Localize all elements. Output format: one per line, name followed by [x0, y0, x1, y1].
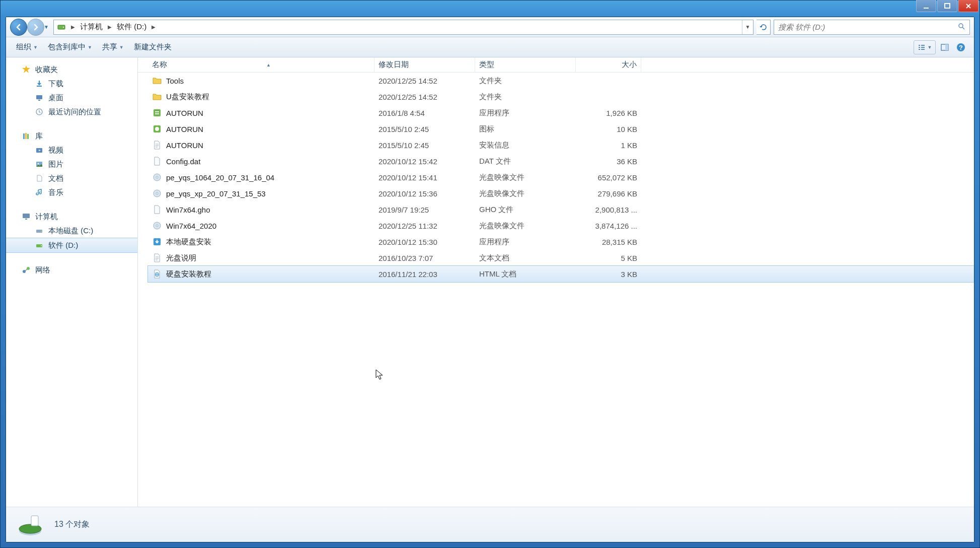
- drive-icon: [34, 226, 44, 236]
- svg-rect-51: [31, 516, 38, 526]
- svg-rect-37: [155, 113, 159, 114]
- file-size: 1 KB: [576, 141, 641, 150]
- svg-rect-20: [23, 133, 25, 139]
- file-row[interactable]: AUTORUN2016/1/8 4:54应用程序1,926 KB: [148, 105, 974, 121]
- column-size[interactable]: 大小: [576, 57, 641, 72]
- file-size: 652,072 KB: [576, 173, 641, 182]
- titlebar: [1, 1, 979, 17]
- file-type: 光盘映像文件: [475, 221, 576, 231]
- maximize-button[interactable]: [937, 0, 957, 12]
- svg-rect-27: [23, 214, 30, 218]
- address-bar[interactable]: ▶ 计算机 ▶ 软件 (D:) ▶ ▼: [53, 20, 753, 35]
- search-box[interactable]: [774, 20, 970, 35]
- file-row[interactable]: U盘安装教程2020/12/25 14:52文件夹: [148, 89, 974, 105]
- file-date: 2020/12/25 14:52: [374, 77, 475, 85]
- crumb-drive[interactable]: 软件 (D:): [114, 20, 149, 34]
- file-row[interactable]: AUTORUN2015/5/10 2:45图标10 KB: [148, 121, 974, 137]
- file-row[interactable]: 光盘说明2016/10/23 7:07文本文档5 KB: [148, 250, 974, 266]
- column-name[interactable]: 名称 ▲: [148, 57, 374, 72]
- file-name: pe_yqs_xp_20_07_31_15_53: [166, 189, 266, 198]
- file-name: AUTORUN: [166, 109, 203, 117]
- svg-point-30: [41, 231, 42, 232]
- svg-point-32: [41, 245, 42, 246]
- nav-group-network: 网络: [6, 263, 137, 277]
- picture-icon: [34, 159, 44, 169]
- file-row[interactable]: Tools2020/12/25 14:52文件夹: [148, 73, 974, 89]
- file-name: 本地硬盘安装: [166, 237, 211, 247]
- file-row[interactable]: 本地硬盘安装2020/10/12 15:30应用程序28,315 KB: [148, 234, 974, 250]
- network-icon: [21, 265, 31, 275]
- preview-pane-button[interactable]: [938, 40, 952, 54]
- close-button[interactable]: [958, 0, 978, 12]
- file-date: 2019/9/7 19:25: [374, 206, 475, 214]
- svg-point-26: [38, 163, 39, 165]
- file-row[interactable]: Win7x64.gho2019/9/7 19:25GHO 文件2,900,813…: [148, 201, 974, 218]
- close-icon: [965, 3, 972, 10]
- file-row[interactable]: Config.dat2020/10/12 15:42DAT 文件36 KB: [148, 153, 974, 169]
- crumb-computer[interactable]: 计算机: [77, 20, 106, 34]
- file-row[interactable]: Win7x64_20202020/12/25 11:32光盘映像文件3,874,…: [148, 218, 974, 234]
- address-dropdown[interactable]: ▼: [742, 20, 753, 34]
- nav-pictures[interactable]: 图片: [6, 157, 137, 171]
- file-row[interactable]: AUTORUN2015/5/10 2:45安装信息1 KB: [148, 137, 974, 153]
- file-size: 36 KB: [576, 157, 641, 166]
- nav-recent[interactable]: 最近访问的位置: [6, 105, 137, 119]
- file-row[interactable]: pe_yqs_1064_20_07_31_16_042020/10/12 15:…: [148, 169, 974, 185]
- file-name: Config.dat: [166, 157, 200, 166]
- minimize-button[interactable]: [916, 0, 936, 12]
- svg-point-3: [63, 27, 64, 28]
- column-headers: 名称 ▲ 修改日期 类型 大小: [138, 57, 974, 73]
- nav-computer[interactable]: 计算机: [6, 210, 137, 224]
- refresh-button[interactable]: [757, 20, 771, 35]
- file-type-icon: [152, 76, 162, 86]
- search-input[interactable]: [778, 23, 957, 31]
- status-count: 13 个对象: [54, 519, 90, 530]
- nav-drive-d[interactable]: 软件 (D:): [6, 238, 137, 253]
- file-type: 安装信息: [475, 141, 576, 150]
- nav-network[interactable]: 网络: [6, 263, 137, 277]
- crumb-computer-icon[interactable]: [54, 20, 69, 34]
- nav-favorites[interactable]: 收藏夹: [6, 62, 137, 77]
- refresh-icon: [760, 23, 768, 31]
- nav-library[interactable]: 库: [6, 129, 137, 143]
- column-date[interactable]: 修改日期: [374, 57, 475, 72]
- file-name: Win7x64_2020: [166, 222, 216, 230]
- window-body: ▼ ▶ 计算机 ▶ 软件 (D:) ▶ ▼: [6, 17, 974, 542]
- column-type[interactable]: 类型: [475, 57, 576, 72]
- svg-rect-1: [945, 4, 950, 8]
- nav-drive-c[interactable]: 本地磁盘 (C:): [6, 224, 137, 238]
- file-list-body[interactable]: Tools2020/12/25 14:52文件夹U盘安装教程2020/12/25…: [138, 73, 974, 507]
- chevron-right-icon: ▶: [149, 24, 158, 30]
- svg-rect-8: [921, 47, 925, 48]
- computer-icon: [21, 212, 31, 222]
- file-date: 2020/12/25 14:52: [374, 93, 475, 101]
- view-mode-button[interactable]: ▼: [914, 40, 936, 54]
- nav-desktop[interactable]: 桌面: [6, 91, 137, 105]
- nav-downloads[interactable]: 下载: [6, 77, 137, 91]
- organize-menu[interactable]: 组织▼: [11, 40, 43, 54]
- share-menu[interactable]: 共享▼: [97, 40, 129, 54]
- file-date: 2020/10/12 15:36: [374, 189, 475, 198]
- help-icon: ?: [956, 42, 966, 52]
- nav-videos[interactable]: 视频: [6, 143, 137, 157]
- back-button[interactable]: [10, 19, 27, 36]
- maximize-icon: [944, 3, 951, 10]
- file-row[interactable]: 硬盘安装教程2016/11/21 22:03HTML 文档3 KB: [148, 266, 974, 282]
- file-type: GHO 文件: [475, 205, 576, 215]
- file-row[interactable]: pe_yqs_xp_20_07_31_15_532020/10/12 15:36…: [148, 185, 974, 201]
- star-icon: [21, 64, 31, 75]
- file-type-icon: [152, 269, 162, 279]
- monitor-icon: [34, 93, 44, 103]
- nav-documents[interactable]: 文档: [6, 171, 137, 185]
- new-folder-button[interactable]: 新建文件夹: [129, 40, 177, 54]
- file-type: 图标: [475, 124, 576, 134]
- help-button[interactable]: ?: [954, 40, 968, 54]
- library-icon: [21, 131, 31, 141]
- file-size: 1,926 KB: [576, 109, 641, 117]
- file-date: 2015/5/10 2:45: [374, 125, 475, 133]
- navigation-pane: 收藏夹 下载 桌面 最近访问的位置: [6, 57, 138, 507]
- forward-button[interactable]: [27, 19, 44, 36]
- chevron-right-icon: ▶: [106, 24, 114, 30]
- nav-music[interactable]: 音乐: [6, 185, 137, 199]
- include-library-menu[interactable]: 包含到库中▼: [43, 40, 97, 54]
